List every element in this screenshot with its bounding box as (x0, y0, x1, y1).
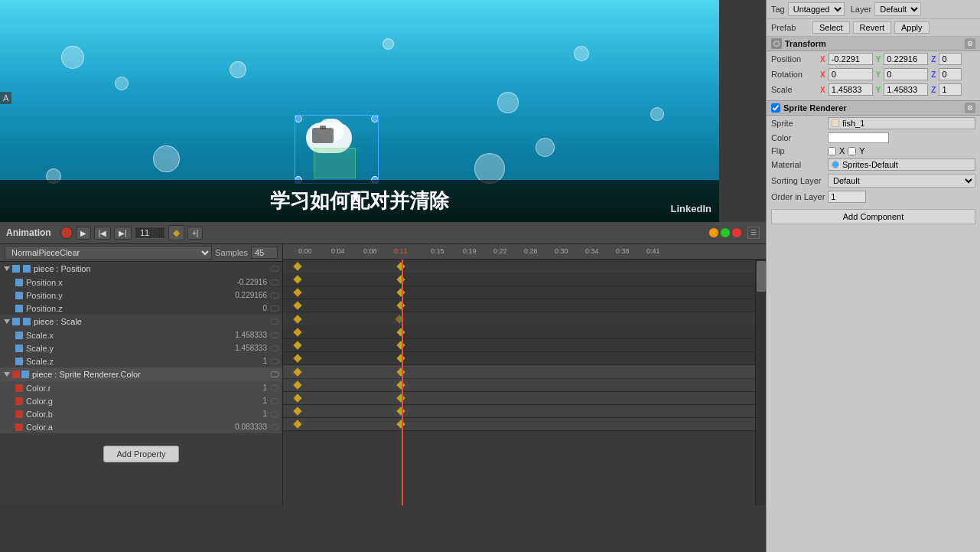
eye-icon-pos-x[interactable] (270, 279, 279, 286)
panel-menu-button[interactable]: ☰ (747, 227, 760, 239)
keyframe-diamond[interactable] (396, 420, 405, 428)
eye-icon-position[interactable] (270, 266, 279, 272)
revert-button[interactable]: Revert (853, 21, 891, 34)
timeline-row-pos-x (283, 273, 766, 286)
timeline-row-color-r (283, 379, 766, 392)
animation-panel: Animation ▶ |◀ ▶| 11 ◆ +| (0, 222, 766, 505)
rotation-x-field[interactable] (829, 68, 873, 80)
keyframe-diamond[interactable] (293, 420, 301, 428)
timeline-scrollbar[interactable] (755, 260, 766, 505)
scrollbar-thumb[interactable] (757, 261, 766, 292)
record-button[interactable] (60, 227, 73, 239)
flip-y-label: Y (859, 146, 864, 155)
pos-y-label: Y (876, 55, 881, 64)
group-header-color[interactable]: piece : Sprite Renderer.Color (0, 367, 282, 381)
prop-position-x: Position.x -0.22916 (0, 276, 282, 289)
scale-y-field[interactable] (884, 83, 928, 96)
keyframe-diamond[interactable] (293, 341, 301, 349)
clip-selector-row: NormalPieceClear Samples 45 (0, 244, 282, 262)
add-property-button[interactable]: Add Property (103, 446, 178, 462)
position-row: Position X Y Z (767, 51, 980, 67)
play-button[interactable]: ▶ (76, 227, 91, 240)
keyframe-diamond[interactable] (396, 367, 405, 376)
position-label: Position (771, 54, 817, 64)
keyframe-diamond[interactable] (293, 301, 301, 309)
color-swatch[interactable] (828, 132, 889, 143)
close-button[interactable] (732, 228, 741, 237)
flip-y-checkbox[interactable] (848, 147, 856, 155)
keyframe-diamond[interactable] (293, 275, 301, 283)
eye-icon-color-r[interactable] (270, 385, 279, 391)
rotation-z-field[interactable] (939, 68, 962, 80)
add-key-button[interactable]: ◆ (168, 225, 184, 240)
add-component-button[interactable]: Add Component (771, 209, 975, 224)
select-button[interactable]: Select (812, 21, 850, 34)
material-field[interactable]: Sprites-Default (828, 158, 975, 171)
keyframe-diamond[interactable] (293, 262, 301, 270)
keyframe-diamond[interactable] (293, 328, 301, 336)
keyframe-diamond[interactable] (396, 354, 405, 362)
clip-dropdown[interactable]: NormalPieceClear (5, 246, 212, 260)
position-x-field[interactable] (829, 53, 873, 65)
transform-settings-icon[interactable]: ⚙ (965, 38, 975, 49)
eye-icon-pos-y[interactable] (270, 292, 279, 299)
eye-icon-scale-z[interactable] (270, 358, 279, 364)
sprite-renderer-checkbox[interactable] (771, 103, 780, 113)
add-event-button[interactable]: +| (187, 227, 203, 240)
eye-icon-color-a[interactable] (270, 424, 279, 430)
minimize-button[interactable] (709, 228, 718, 237)
keyframe-diamond[interactable] (396, 262, 405, 270)
scale-z-field[interactable] (939, 83, 962, 96)
timeline-row-color-b (283, 405, 766, 418)
keyframe-diamond[interactable] (396, 407, 405, 415)
apply-button[interactable]: Apply (894, 21, 930, 34)
flip-x-checkbox[interactable] (828, 147, 836, 155)
timecode-field[interactable]: 11 (135, 227, 165, 239)
eye-icon-pos-z[interactable] (270, 305, 279, 312)
position-y-field[interactable] (884, 53, 928, 65)
layer-dropdown[interactable]: Default (874, 2, 921, 16)
group-color-label: piece : Sprite Renderer.Color (32, 370, 141, 379)
order-value-field[interactable] (828, 191, 866, 203)
maximize-button[interactable] (721, 228, 730, 237)
group-header-position[interactable]: piece : Position (0, 262, 282, 276)
eye-icon-color-b[interactable] (270, 411, 279, 417)
eye-icon-scale-y[interactable] (270, 345, 279, 351)
group-header-scale[interactable]: piece : Scale (0, 315, 282, 328)
next-frame-button[interactable]: ▶| (114, 227, 132, 240)
eye-icon-color-g[interactable] (270, 398, 279, 404)
rotation-y-field[interactable] (884, 68, 928, 80)
keyframe-diamond[interactable] (396, 328, 405, 336)
keyframe-diamond[interactable] (293, 315, 301, 323)
group-position-label: piece : Position (34, 264, 91, 273)
keyframe-diamond[interactable] (293, 367, 301, 376)
sorting-layer-dropdown[interactable]: Default (828, 174, 975, 188)
rotation-label: Rotation (771, 70, 817, 79)
selected-object[interactable] (298, 119, 375, 180)
keyframe-diamond[interactable] (396, 275, 405, 283)
eye-icon-scale-x[interactable] (270, 332, 279, 338)
samples-field[interactable]: 45 (251, 247, 278, 259)
keyframe-diamond[interactable] (293, 288, 301, 296)
keyframe-diamond[interactable] (293, 381, 301, 389)
tag-dropdown[interactable]: Untagged (788, 2, 845, 16)
keyframe-diamond[interactable] (396, 341, 405, 349)
keyframe-diamond[interactable] (293, 407, 301, 415)
eye-icon-scale[interactable] (270, 318, 279, 325)
prop-color-b: Color.b 1 (0, 407, 282, 420)
scale-x-field[interactable] (829, 83, 873, 96)
eye-icon-color[interactable] (270, 371, 279, 377)
position-z-field[interactable] (939, 53, 962, 65)
sprite-field[interactable]: fish_1 (828, 117, 975, 129)
keyframe-diamond[interactable] (293, 394, 301, 402)
playhead-line[interactable] (402, 260, 403, 505)
keyframe-diamond[interactable] (396, 394, 405, 402)
prev-frame-button[interactable]: |◀ (94, 227, 112, 240)
sprite-renderer-settings-icon[interactable]: ⚙ (965, 103, 975, 113)
keyframe-diamond[interactable] (396, 301, 405, 309)
keyframe-diamond[interactable] (293, 354, 301, 362)
keyframe-diamond[interactable] (396, 381, 405, 389)
bubble (497, 92, 519, 113)
keyframe-diamond[interactable] (396, 288, 405, 296)
timeline-row-scale-x (283, 326, 766, 339)
